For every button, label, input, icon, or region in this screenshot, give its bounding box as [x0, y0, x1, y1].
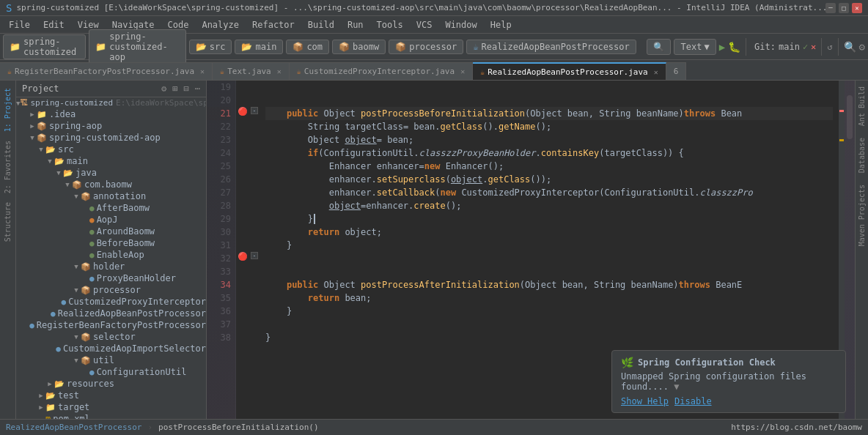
- tab-text[interactable]: ☕ Text.java ✕: [213, 62, 290, 80]
- scrollbar[interactable]: [845, 81, 855, 419]
- tree-item-label: RegisterBeanFactoryPostProcessor: [37, 320, 206, 330]
- file-selector[interactable]: ☕ RealizedAopBeanPostProcessor: [466, 40, 636, 54]
- git-branch: Git: main: [754, 42, 800, 52]
- menu-run[interactable]: Run: [342, 18, 369, 31]
- sidebar-collapse-icon[interactable]: ⊟: [184, 83, 189, 94]
- minimize-button[interactable]: ─: [825, 3, 836, 13]
- tree-item-label: src: [58, 144, 74, 155]
- main-selector[interactable]: 📂 main: [235, 40, 283, 54]
- tree-item-processor[interactable]: ▼ 📦 processor: [16, 284, 206, 296]
- src-selector[interactable]: 📂 src: [189, 40, 232, 54]
- tree-item-aopj[interactable]: ▶ ● AopJ: [16, 214, 206, 226]
- menu-analyze[interactable]: Analyze: [196, 18, 245, 31]
- menu-vcs[interactable]: VCS: [411, 18, 438, 31]
- sidebar-content[interactable]: ▼ 🏗 spring-customized E:\ideaWorkSpace\s…: [16, 97, 206, 419]
- tree-item-pom[interactable]: ▶ m pom.xml: [16, 413, 206, 419]
- tab-register-bean[interactable]: ☕ RegisterBeanFactoryPostProcessor.java …: [0, 62, 213, 80]
- debug-button[interactable]: 🐛: [728, 41, 740, 53]
- tree-item-spring-customized[interactable]: ▼ 🏗 spring-customized E:\ideaWorkSpace\s…: [16, 97, 206, 108]
- com-selector[interactable]: 📦 com: [286, 40, 329, 54]
- sidebar-settings-icon[interactable]: ⚙: [161, 83, 166, 94]
- disable-link[interactable]: Disable: [674, 396, 712, 406]
- tree-item-idea[interactable]: ▶ 📁 .idea: [16, 108, 206, 120]
- menu-edit[interactable]: Edit: [37, 18, 70, 31]
- search-everywhere-icon[interactable]: 🔍: [844, 41, 856, 53]
- space: [356, 278, 361, 291]
- tree-item-target[interactable]: ▶ 📁 target: [16, 401, 206, 413]
- tab-realized-aop[interactable]: ☕ RealizedAopBeanPostProcessor.java ✕: [473, 62, 666, 80]
- fold-marker-21[interactable]: -: [251, 107, 258, 114]
- tree-item-util[interactable]: ▼ 📦 util: [16, 354, 206, 366]
- punc: ());: [530, 173, 551, 186]
- tab-customized-proxy[interactable]: ☕ CustomizedProxyInterceptor.java ✕: [290, 62, 473, 80]
- run-button[interactable]: ▶: [719, 41, 725, 53]
- processor-selector[interactable]: 📦 processor: [389, 40, 463, 54]
- maximize-button[interactable]: □: [839, 3, 849, 13]
- tree-item-beforebaomw[interactable]: ▶ ● BeforeBaomw: [16, 237, 206, 249]
- module-selector[interactable]: 📁 spring-customized-aop: [89, 29, 186, 64]
- show-help-link[interactable]: Show Help: [621, 396, 669, 406]
- sidebar-expand-icon[interactable]: ⊞: [172, 83, 177, 94]
- tree-item-resources[interactable]: ▶ 📂 resources: [16, 378, 206, 390]
- tree-item-configutil[interactable]: ▶ ● ConfigurationUtil: [16, 366, 206, 378]
- menu-build[interactable]: Build: [302, 18, 340, 31]
- method-containskey: containsKey: [541, 146, 599, 160]
- tab-close-icon[interactable]: ✕: [654, 68, 658, 76]
- tree-item-customizedproxy[interactable]: ▶ ● CustomizedProxyInterceptor: [16, 296, 206, 308]
- class-circle-icon: ●: [29, 321, 34, 330]
- tree-item-annotation[interactable]: ▼ 📦 annotation: [16, 190, 206, 202]
- tree-item-holder[interactable]: ▼ 📦 holder: [16, 261, 206, 272]
- tree-item-selector[interactable]: ▼ 📦 selector: [16, 331, 206, 343]
- code-indent: [265, 278, 287, 291]
- class-circle-icon: ●: [89, 215, 95, 225]
- tree-item-enableaop[interactable]: ▶ ● EnableAop: [16, 249, 206, 261]
- panel-ant-build[interactable]: Ant Build: [856, 83, 867, 129]
- project-selector[interactable]: 📁 spring-customized: [3, 34, 86, 59]
- refresh-icon[interactable]: ↺: [827, 42, 832, 52]
- tab-num[interactable]: 6: [666, 62, 687, 80]
- fold-marker-34[interactable]: -: [251, 252, 258, 259]
- tree-item-aroundbaomw[interactable]: ▶ ● AroundBaomw: [16, 226, 206, 237]
- tree-item-main[interactable]: ▼ 📂 main: [16, 155, 206, 167]
- menu-file[interactable]: File: [3, 18, 36, 31]
- menu-window[interactable]: Window: [439, 18, 482, 31]
- panel-maven[interactable]: Maven Projects: [856, 182, 867, 249]
- tree-item-customizedaop-import[interactable]: ▶ ● CustomizedAopImportSelector: [16, 343, 206, 354]
- breakpoint-34[interactable]: 🔴: [238, 252, 247, 261]
- menu-tools[interactable]: Tools: [371, 18, 409, 31]
- tree-item-afterbaomw[interactable]: ▶ ● AfterBaomw: [16, 202, 206, 214]
- baomw-selector[interactable]: 📦 baomw: [332, 40, 386, 54]
- text-dropdown[interactable]: Text ▼: [674, 39, 716, 55]
- tree-item-spring-customized-aop[interactable]: ▼ 📦 spring-customized-aop: [16, 132, 206, 144]
- menu-refactor[interactable]: Refactor: [246, 18, 301, 31]
- code-line-21: public Object postProcessBeforeInitializ…: [265, 107, 833, 120]
- close-button[interactable]: ✕: [852, 3, 862, 13]
- vtab-project[interactable]: 1: Project: [2, 83, 13, 136]
- tree-item-registerbean[interactable]: ▶ ● RegisterBeanFactoryPostProcessor: [16, 319, 206, 331]
- type-object: Object: [324, 107, 356, 120]
- tree-item-label: test: [58, 390, 79, 401]
- tree-item-com-baomw[interactable]: ▼ 📦 com.baomw: [16, 179, 206, 190]
- tree-item-test[interactable]: ▶ 📂 test: [16, 390, 206, 401]
- punc: (ConfigurationUtil.: [318, 146, 419, 160]
- breakpoint-21[interactable]: 🔴: [238, 107, 247, 116]
- panel-database[interactable]: Database: [856, 135, 867, 176]
- tree-item-src[interactable]: ▼ 📂 src: [16, 144, 206, 155]
- tab-close-icon[interactable]: ✕: [200, 67, 205, 75]
- tree-item-spring-aop[interactable]: ▶ 📦 spring-aop: [16, 120, 206, 132]
- tree-item-proxybholder[interactable]: ▶ ● ProxyBeanHolder: [16, 272, 206, 284]
- vtab-structure[interactable]: Structure: [2, 198, 13, 246]
- vtab-favorites[interactable]: 2: Favorites: [2, 136, 13, 198]
- notif-message-text: Unmapped Spring configuration files foun…: [621, 371, 806, 392]
- search-button[interactable]: 🔍: [647, 39, 671, 55]
- processor-name: processor: [409, 42, 457, 52]
- menu-help[interactable]: Help: [485, 18, 518, 31]
- tree-item-java[interactable]: ▼ 📂 java: [16, 167, 206, 179]
- tree-item-label: spring-customized-aop: [49, 133, 161, 143]
- tab-close-icon[interactable]: ✕: [460, 67, 465, 75]
- tree-item-realizedaop[interactable]: ▶ ● RealizedAopBeanPostProcessor: [16, 308, 206, 319]
- scrollbar-thumb[interactable]: [847, 95, 853, 139]
- settings-icon[interactable]: ⚙: [859, 41, 865, 53]
- sidebar-gear-icon[interactable]: ⋯: [195, 83, 200, 94]
- tab-close-icon[interactable]: ✕: [277, 67, 282, 75]
